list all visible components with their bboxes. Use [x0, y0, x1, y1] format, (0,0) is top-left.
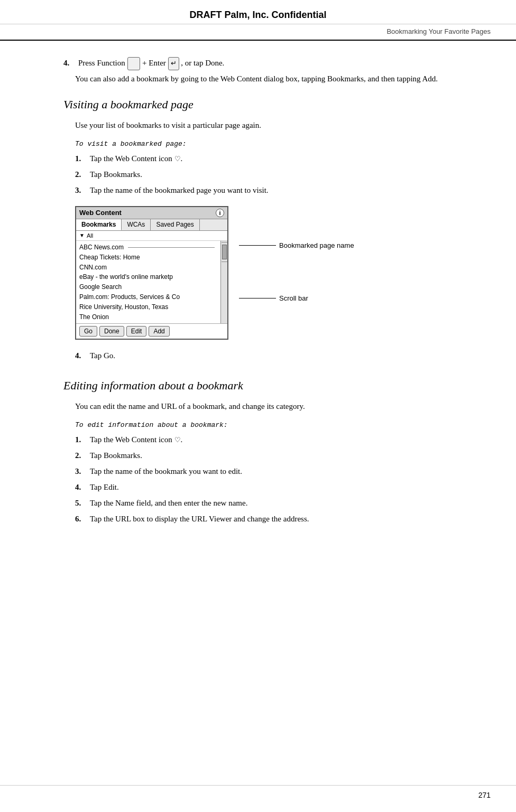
step1-text: Tap the Web Content icon ♡. [90, 152, 182, 165]
scroll-arrow-up [222, 242, 227, 242]
list-item: eBay - the world's online marketp [79, 272, 217, 282]
s2-step4-text: Tap Edit. [90, 481, 119, 493]
draft-header: DRAFT Palm, Inc. Confidential [0, 0, 516, 24]
annotation-label-scroll: Scroll bar [279, 294, 308, 302]
list-item: Cheap Tickets: Home [79, 253, 217, 263]
bookmarked-page-annotation: Bookmarked page name [239, 241, 354, 249]
dialog-container: Web Content i Bookmarks WCAs Saved Pages… [75, 206, 474, 340]
annotation-line-2 [239, 298, 276, 298]
section2-heading: Editing information about a bookmark [63, 379, 474, 393]
step3-text: Tap the name of the bookmarked page you … [90, 184, 269, 197]
section1-heading: Visiting a bookmarked page [63, 98, 474, 111]
s2-step5-text: Tap the Name field, and then enter the n… [90, 497, 247, 509]
page-subtitle: Bookmarking Your Favorite Pages [0, 24, 516, 41]
tab-wcas[interactable]: WCAs [122, 219, 151, 230]
top-step-number: 4. [63, 57, 75, 69]
s2-step5-num: 5. [75, 497, 87, 509]
step4-num: 4. [75, 349, 87, 362]
header-title: DRAFT Palm, Inc. Confidential [189, 10, 326, 20]
annotation-line-1 [239, 245, 276, 246]
section1-subsection-label: To visit a bookmarked page: [75, 140, 474, 148]
step2-num: 2. [75, 168, 87, 181]
top-step-text: Press Function + Enter ↵ , or tap Done. [78, 57, 224, 70]
add-button[interactable]: Add [149, 326, 169, 337]
list-item: CNN.com [79, 263, 217, 273]
web-content-icon-1: ♡ [174, 154, 181, 165]
top-note: You can also add a bookmark by going to … [75, 72, 474, 85]
s2-step1-num: 1. [75, 433, 87, 446]
scroll-thumb [222, 245, 227, 259]
step3-num: 3. [75, 184, 87, 197]
step1-num: 1. [75, 152, 87, 165]
scrollbar-annotation: Scroll bar [239, 294, 354, 302]
dialog-info-icon: i [216, 209, 224, 217]
section2-subsection-label: To edit information about a bookmark: [75, 421, 474, 429]
s2-step2-text: Tap Bookmarks. [90, 449, 142, 462]
top-step-block: 4. Press Function + Enter ↵ , or tap Don… [63, 57, 474, 85]
tab-saved-pages[interactable]: Saved Pages [151, 219, 199, 230]
filter-arrow-icon: ▼ [79, 232, 85, 238]
s2-step3-num: 3. [75, 465, 87, 478]
section1-step3: 3. Tap the name of the bookmarked page y… [75, 184, 474, 197]
list-item: Google Search [79, 282, 217, 292]
list-item: ABC News.com [79, 242, 217, 253]
section1-step2: 2. Tap Bookmarks. [75, 168, 474, 181]
tab-bookmarks[interactable]: Bookmarks [76, 219, 122, 230]
page-number: 271 [478, 791, 491, 799]
section2-step6: 6. Tap the URL box to display the URL Vi… [75, 512, 474, 525]
section2-steps: 1. Tap the Web Content icon ♡. 2. Tap Bo… [75, 433, 474, 525]
dialog-list: ABC News.com Cheap Tickets: Home CNN.com… [76, 241, 220, 323]
dialog-tabs: Bookmarks WCAs Saved Pages [76, 219, 227, 231]
subtitle-text: Bookmarking Your Favorite Pages [386, 27, 491, 35]
dialog-title: Web Content [79, 209, 122, 217]
section1-step1: 1. Tap the Web Content icon ♡. [75, 152, 474, 165]
s2-step3-text: Tap the name of the bookmark you want to… [90, 465, 242, 478]
section1-step4-block: 4. Tap Go. [75, 349, 474, 362]
bottom-divider [0, 785, 516, 786]
item-separator [128, 247, 215, 248]
section2-intro: You can edit the name and URL of a bookm… [75, 400, 474, 413]
section1-intro: Use your list of bookmarks to visit a pa… [75, 119, 474, 132]
done-button[interactable]: Done [99, 326, 124, 337]
section2-step2: 2. Tap Bookmarks. [75, 449, 474, 462]
web-content-dialog: Web Content i Bookmarks WCAs Saved Pages… [75, 206, 228, 340]
s2-step6-text: Tap the URL box to display the URL Viewe… [90, 512, 309, 525]
annotations: Bookmarked page name Scroll bar [239, 206, 354, 309]
dialog-filter-row: ▼ All [76, 231, 227, 241]
list-item-text: ABC News.com [79, 243, 124, 252]
list-item: The Onion [79, 312, 217, 322]
section2-step4: 4. Tap Edit. [75, 481, 474, 493]
edit-button[interactable]: Edit [126, 326, 147, 337]
section1-steps: 1. Tap the Web Content icon ♡. 2. Tap Bo… [75, 152, 474, 197]
s2-step4-num: 4. [75, 481, 87, 493]
step4-text: Tap Go. [90, 349, 115, 362]
web-content-icon-2: ♡ [174, 435, 181, 446]
dialog-title-bar: Web Content i [76, 207, 227, 219]
section2-step3: 3. Tap the name of the bookmark you want… [75, 465, 474, 478]
list-item: Rice University, Houston, Texas [79, 302, 217, 312]
main-content: 4. Press Function + Enter ↵ , or tap Don… [0, 41, 516, 560]
list-item: Palm.com: Products, Services & Co [79, 292, 217, 302]
filter-label: All [87, 232, 93, 239]
s2-step1-text: Tap the Web Content icon ♡. [90, 433, 182, 446]
annotation-label-bookmarked: Bookmarked page name [279, 241, 354, 249]
section1-step4: 4. Tap Go. [75, 349, 474, 362]
dialog-scrollbar[interactable] [220, 241, 227, 323]
dialog-buttons: Go Done Edit Add [76, 323, 227, 339]
top-step-line: 4. Press Function + Enter ↵ , or tap Don… [63, 57, 474, 70]
function-key-icon [127, 57, 141, 70]
scroll-arrow-down [222, 262, 227, 262]
dialog-list-inner: ABC News.com Cheap Tickets: Home CNN.com… [76, 241, 227, 323]
step2-text: Tap Bookmarks. [90, 168, 142, 181]
enter-key-icon: ↵ [168, 57, 179, 70]
section2-step1: 1. Tap the Web Content icon ♡. [75, 433, 474, 446]
go-button[interactable]: Go [79, 326, 97, 337]
s2-step2-num: 2. [75, 449, 87, 462]
s2-step6-num: 6. [75, 512, 87, 525]
section2-step5: 5. Tap the Name field, and then enter th… [75, 497, 474, 509]
